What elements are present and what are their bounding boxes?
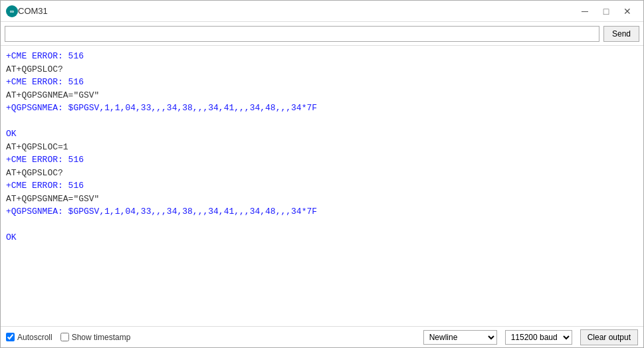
output-line: +QGPSGNMEA: $GPGSV,1,1,04,33,,,34,38,,,3… bbox=[6, 102, 638, 115]
output-line: +QGPSGNMEA: $GPGSV,1,1,04,33,,,34,38,,,3… bbox=[6, 205, 638, 218]
serial-input[interactable] bbox=[5, 26, 599, 42]
send-button[interactable]: Send bbox=[603, 26, 639, 42]
arduino-logo-icon: ∞ bbox=[6, 5, 18, 17]
output-line: +CME ERROR: 516 bbox=[6, 179, 638, 193]
status-bar: Autoscroll Show timestamp NewlineNo line… bbox=[1, 326, 643, 347]
output-line: AT+QGPSLOC? bbox=[6, 167, 638, 180]
output-line: AT+QGPSLOC? bbox=[6, 63, 638, 76]
timestamp-label: Show timestamp bbox=[72, 333, 131, 342]
maximize-button[interactable]: □ bbox=[595, 3, 617, 19]
clear-output-button[interactable]: Clear output bbox=[580, 329, 638, 345]
output-line: AT+QGPSLOC=1 bbox=[6, 141, 638, 154]
autoscroll-label: Autoscroll bbox=[17, 333, 53, 342]
autoscroll-group: Autoscroll bbox=[6, 333, 53, 342]
close-button[interactable]: ✕ bbox=[617, 3, 638, 19]
output-line: AT+QGPSGNMEA="GSV" bbox=[6, 89, 638, 102]
output-line: +CME ERROR: 516 bbox=[6, 76, 638, 89]
send-toolbar: Send bbox=[1, 22, 643, 46]
timestamp-group: Show timestamp bbox=[60, 333, 131, 342]
title-bar: ∞ COM31 ─ □ ✕ bbox=[1, 1, 643, 22]
output-line: OK bbox=[6, 128, 638, 141]
baud-select[interactable]: 300 baud1200 baud2400 baud4800 baud9600 … bbox=[505, 330, 572, 345]
timestamp-checkbox[interactable] bbox=[60, 333, 69, 341]
output-line bbox=[6, 218, 638, 232]
output-line: +CME ERROR: 516 bbox=[6, 153, 638, 167]
serial-monitor-window: ∞ COM31 ─ □ ✕ Send +CME ERROR: 516AT+QGP… bbox=[0, 0, 644, 348]
window-controls: ─ □ ✕ bbox=[574, 3, 638, 19]
serial-output[interactable]: +CME ERROR: 516AT+QGPSLOC?+CME ERROR: 51… bbox=[1, 46, 643, 326]
output-line: AT+QGPSGNMEA="GSV" bbox=[6, 193, 638, 206]
output-line: +CME ERROR: 516 bbox=[6, 50, 638, 63]
window-title: COM31 bbox=[18, 6, 574, 16]
autoscroll-checkbox[interactable] bbox=[6, 333, 15, 341]
output-line: OK bbox=[6, 231, 638, 244]
newline-select[interactable]: NewlineNo line endingCarriage returnBoth… bbox=[423, 330, 497, 345]
output-line bbox=[6, 115, 638, 128]
minimize-button[interactable]: ─ bbox=[574, 3, 595, 19]
